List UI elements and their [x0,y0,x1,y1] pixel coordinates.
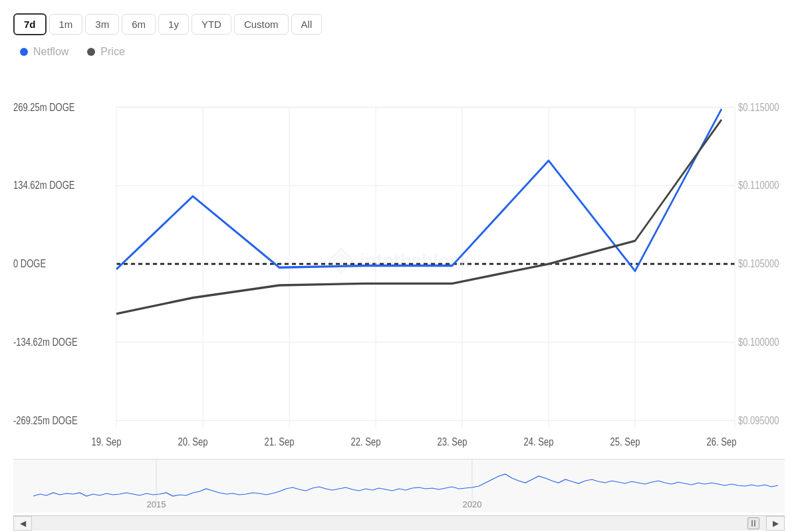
time-btn-all[interactable]: All [291,14,323,35]
svg-text:25. Sep: 25. Sep [610,435,640,448]
svg-text:$0.115000: $0.115000 [738,100,779,113]
mini-chart-area: 2015 2020 ◀ [13,459,785,525]
netflow-line [116,109,722,271]
svg-text:24. Sep: 24. Sep [524,435,554,448]
svg-text:269.25m DOGE: 269.25m DOGE [13,100,74,113]
main-container: 7d1m3m6m1yYTDCustomAll Netflow Price int… [0,0,798,532]
time-btn-3m[interactable]: 3m [85,14,119,35]
svg-text:$0.105000: $0.105000 [738,257,779,269]
nav-right-btn[interactable]: ▶ [766,516,785,531]
svg-rect-34 [13,460,785,513]
price-dot [87,48,95,56]
time-btn-7d[interactable]: 7d [13,13,47,35]
netflow-label: Netflow [33,46,68,58]
mini-nav: ◀ ▶ [13,515,785,530]
svg-text:20. Sep: 20. Sep [178,435,208,448]
svg-text:-134.62m DOGE: -134.62m DOGE [13,335,78,348]
legend-price: Price [87,46,124,58]
svg-text:22. Sep: 22. Sep [351,435,381,448]
time-btn-6m[interactable]: 6m [122,14,156,35]
handle-line-2 [754,520,755,527]
mini-chart-svg: 2015 2020 [13,460,785,513]
main-chart-svg: 269.25m DOGE 134.62m DOGE 0 DOGE -134.62… [13,65,785,456]
legend: Netflow Price [20,46,785,58]
svg-text:-269.25m DOGE: -269.25m DOGE [13,414,78,426]
nav-left-btn[interactable]: ◀ [13,516,32,531]
netflow-dot [20,48,28,56]
svg-text:134.62m DOGE: 134.62m DOGE [13,179,74,192]
handle-lines [751,520,755,527]
svg-text:21. Sep: 21. Sep [265,435,295,448]
main-chart-area: intotheblock 269.25m DOGE 134.62m DOGE 0… [13,65,785,456]
nav-track[interactable] [32,516,766,531]
nav-handle[interactable] [747,517,759,529]
legend-netflow: Netflow [20,46,68,58]
svg-text:$0.095000: $0.095000 [738,414,779,426]
svg-text:$0.110000: $0.110000 [738,179,779,192]
price-line [116,120,722,314]
time-btn-1m[interactable]: 1m [49,14,83,35]
svg-text:23. Sep: 23. Sep [438,435,467,448]
time-btn-ytd[interactable]: YTD [192,14,231,35]
time-range-bar: 7d1m3m6m1yYTDCustomAll [13,13,785,35]
svg-text:0 DOGE: 0 DOGE [13,257,46,269]
svg-text:$0.100000: $0.100000 [738,335,779,348]
chart-wrapper: intotheblock 269.25m DOGE 134.62m DOGE 0… [13,65,785,525]
price-label: Price [100,46,124,58]
svg-text:19. Sep: 19. Sep [92,435,122,448]
time-btn-custom[interactable]: Custom [234,14,289,35]
svg-text:26. Sep: 26. Sep [707,435,737,448]
handle-line-1 [751,520,753,527]
time-btn-1y[interactable]: 1y [158,14,189,35]
